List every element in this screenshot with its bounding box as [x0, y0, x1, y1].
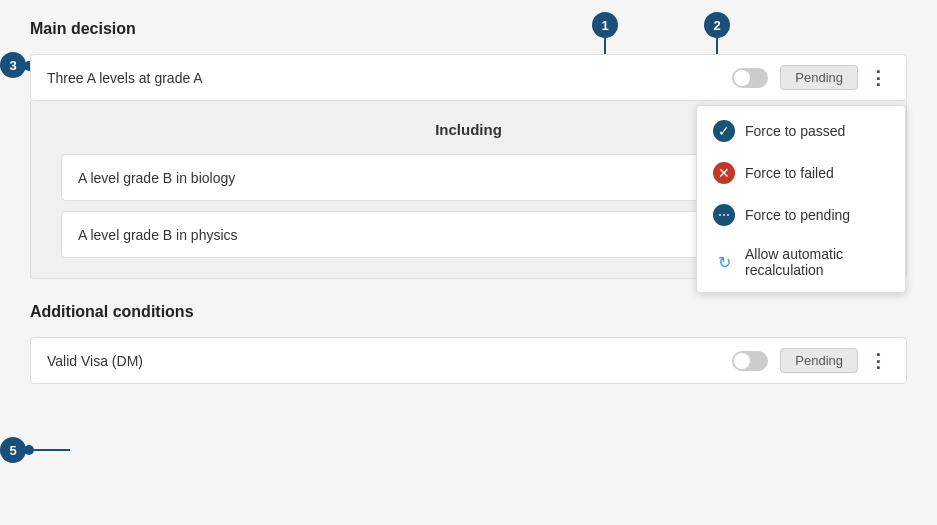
dropdown-item-pending[interactable]: ⋯ Force to pending	[697, 194, 905, 236]
dropdown-item-failed[interactable]: ✕ Force to failed	[697, 152, 905, 194]
additional-condition-toggle[interactable]	[732, 351, 768, 371]
recalc-icon: ↻	[713, 251, 735, 273]
additional-condition-status: Pending	[780, 348, 858, 373]
failed-icon: ✕	[713, 162, 735, 184]
sub-condition-label-2: A level grade B in physics	[78, 227, 773, 243]
additional-section: Additional conditions 5 Valid Visa (DM) …	[30, 303, 907, 384]
additional-title: Additional conditions	[30, 303, 907, 321]
dropdown-label-passed: Force to passed	[745, 123, 845, 139]
dropdown-menu: ✓ Force to passed ✕ Force to failed ⋯ Fo…	[696, 105, 906, 293]
dropdown-item-recalc[interactable]: ↻ Allow automatic recalculation	[697, 236, 905, 288]
main-decision-title: Main decision	[30, 20, 907, 38]
main-condition-row: Three A levels at grade A Pending ⋮ ✓ Fo…	[30, 54, 907, 101]
page-container: Main decision 1 2 3 Three A levels at gr…	[0, 0, 937, 404]
pending-icon: ⋯	[713, 204, 735, 226]
main-condition-label: Three A levels at grade A	[47, 70, 732, 86]
dropdown-item-passed[interactable]: ✓ Force to passed	[697, 110, 905, 152]
marker-circle-2: 2	[704, 12, 730, 38]
sub-condition-label-1: A level grade B in biology	[78, 170, 773, 186]
passed-icon: ✓	[713, 120, 735, 142]
dropdown-label-failed: Force to failed	[745, 165, 834, 181]
marker-circle-5: 5	[0, 437, 26, 463]
main-decision-section: Main decision 1 2 3 Three A levels at gr…	[30, 20, 907, 279]
main-condition-toggle[interactable]	[732, 68, 768, 88]
additional-condition-label: Valid Visa (DM)	[47, 353, 732, 369]
dropdown-label-recalc: Allow automatic recalculation	[745, 246, 889, 278]
h-line-5	[34, 449, 70, 451]
additional-condition-menu-btn[interactable]: ⋮	[866, 349, 890, 373]
additional-condition-row: Valid Visa (DM) Pending ⋮	[30, 337, 907, 384]
main-condition-menu-btn[interactable]: ⋮	[866, 66, 890, 90]
marker-circle-3: 3	[0, 52, 26, 78]
dropdown-label-pending: Force to pending	[745, 207, 850, 223]
main-condition-status: Pending	[780, 65, 858, 90]
marker-circle-1: 1	[592, 12, 618, 38]
